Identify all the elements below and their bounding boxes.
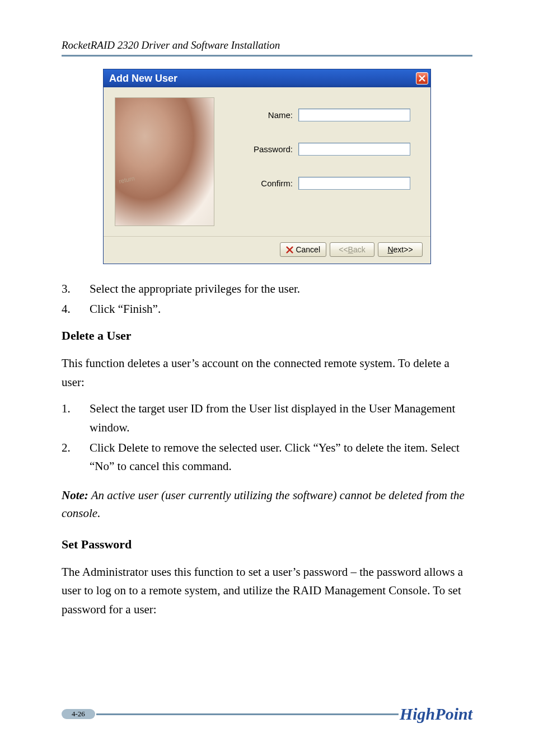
page-number: 4-26 (62, 709, 95, 719)
wizard-side-image (115, 97, 214, 226)
next-u: N (387, 245, 393, 254)
header-rule (62, 55, 472, 57)
form-column: Name: Password: Confirm: (214, 97, 419, 226)
heading-delete-user: Delete a User (62, 328, 472, 343)
next-button[interactable]: Next>> (378, 242, 423, 257)
brand-logo: HighPoint (400, 705, 472, 724)
list-text: Select the target user ID from the User … (90, 400, 472, 437)
add-new-user-dialog: Add New User Name: Password: Confirm: (103, 69, 431, 264)
list-num: 1. (62, 400, 90, 437)
name-input[interactable] (298, 109, 410, 121)
password-label: Password: (231, 144, 298, 154)
list-item: 4. Click “Finish”. (62, 300, 472, 319)
back-rest: ack (353, 245, 366, 254)
list-after-dialog: 3. Select the appropriate privileges for… (62, 280, 472, 318)
note-text: An active user (user currently utilizing… (62, 489, 465, 520)
list-item: 3. Select the appropriate privileges for… (62, 280, 472, 299)
back-u: B (348, 245, 353, 254)
confirm-label: Confirm: (231, 179, 298, 188)
delete-steps-list: 1. Select the target user ID from the Us… (62, 400, 472, 476)
list-num: 2. (62, 439, 90, 476)
confirm-row: Confirm: (231, 177, 419, 190)
dialog-body: Name: Password: Confirm: (104, 87, 430, 237)
list-num: 3. (62, 280, 90, 299)
cancel-label: Cancel (296, 245, 320, 254)
back-pre: << (339, 245, 348, 254)
cancel-button[interactable]: Cancel (280, 242, 326, 257)
dialog-wrapper: Add New User Name: Password: Confirm: (62, 69, 472, 264)
list-text: Click “Finish”. (90, 300, 472, 319)
note-paragraph: Note: An active user (user currently uti… (62, 486, 472, 523)
name-label: Name: (231, 110, 298, 120)
heading-set-password: Set Password (62, 537, 472, 552)
password-row: Password: (231, 143, 419, 156)
list-text: Select the appropriate privileges for th… (90, 280, 472, 299)
dialog-title-text: Add New User (109, 73, 177, 84)
set-password-intro: The Administrator uses this function to … (62, 563, 472, 619)
next-rest: ext>> (394, 245, 413, 254)
list-item: 1. Select the target user ID from the Us… (62, 400, 472, 437)
name-row: Name: (231, 109, 419, 121)
password-input[interactable] (298, 143, 410, 156)
delete-intro: This function deletes a user’s account o… (62, 354, 472, 392)
list-item: 2. Click Delete to remove the selected u… (62, 439, 472, 476)
page-footer: 4-26 HighPoint (62, 705, 472, 724)
footer-rule (96, 713, 399, 715)
note-label: Note: (62, 489, 88, 502)
doc-header-title: RocketRAID 2320 Driver and Software Inst… (62, 39, 472, 55)
cancel-x-icon (286, 246, 293, 253)
dialog-titlebar: Add New User (104, 69, 430, 87)
confirm-input[interactable] (298, 177, 410, 190)
dialog-footer: Cancel <<Back Next>> (104, 237, 430, 264)
close-icon[interactable] (416, 72, 428, 84)
back-button: <<Back (330, 242, 374, 257)
list-num: 4. (62, 300, 90, 319)
list-text: Click Delete to remove the selected user… (90, 439, 472, 476)
